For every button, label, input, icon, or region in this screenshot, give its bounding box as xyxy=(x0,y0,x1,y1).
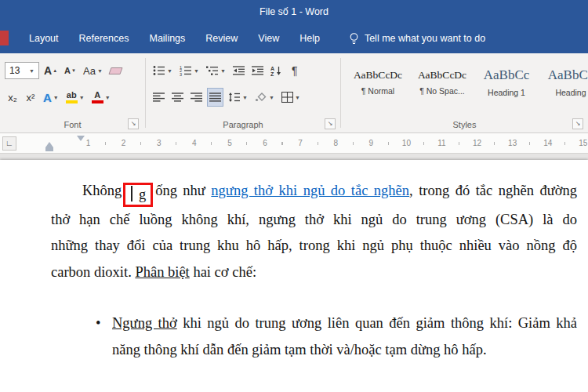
lightbulb-icon xyxy=(349,32,359,45)
paragraph-line: Khônggống như ngưng thở khi ngủ do tắc n… xyxy=(51,178,577,207)
tell-me-box[interactable]: Tell me what you want to do xyxy=(349,32,485,45)
style-card-normal[interactable]: AaBbCcDc ¶ Normal xyxy=(347,60,408,105)
align-right-icon xyxy=(191,92,202,103)
text-run: khi ngủ do trung ương liên quan đến giảm… xyxy=(177,315,577,331)
grow-font-button[interactable]: A▲ xyxy=(42,61,60,80)
text-run: Không xyxy=(82,183,122,198)
hanging-indent-marker[interactable] xyxy=(45,142,53,147)
align-center-icon xyxy=(172,92,183,103)
sort-button[interactable]: AZ xyxy=(268,61,285,80)
decrease-indent-button[interactable] xyxy=(230,61,247,80)
pilcrow-icon: ¶ xyxy=(292,64,298,77)
align-center-button[interactable] xyxy=(169,88,186,107)
underlined-text: Phân biệt xyxy=(135,264,189,280)
bullets-dropdown-icon: ▼ xyxy=(167,68,172,74)
tab-review[interactable]: Review xyxy=(195,24,248,53)
borders-button[interactable]: ▼ xyxy=(279,88,303,107)
svg-text:Z: Z xyxy=(270,71,274,76)
paragraph-line: những thay đổi của trung khu hô hấp, tro… xyxy=(51,233,577,259)
left-indent-marker[interactable] xyxy=(45,147,53,151)
paragraph-line: carbon dioxit. Phân biệt hai cơ chế: xyxy=(51,260,577,285)
first-line-indent-marker[interactable] xyxy=(77,136,85,141)
text-effects-button[interactable]: A ▼ xyxy=(41,88,61,107)
increase-indent-icon xyxy=(252,65,263,76)
tab-mailings[interactable]: Mailings xyxy=(139,24,195,53)
line-spacing-icon xyxy=(228,92,241,103)
shading-button[interactable]: ▼ xyxy=(252,88,277,107)
font-size-dropdown-icon: ▼ xyxy=(29,68,34,74)
ribbon-tabs: Layout References Mailings Review View H… xyxy=(19,24,330,53)
borders-dropdown-icon: ▼ xyxy=(295,95,300,100)
font-group: 13 ▼ A▲ A▼ Aa▼ x₂ xyxy=(0,53,145,132)
tell-me-label: Tell me what you want to do xyxy=(365,33,485,44)
paragraph-group: ▼ 123 ▼ ▼ xyxy=(146,53,340,132)
ruler-numbers: 1 2 3 4 5 6 7 8 9 10 11 12 13 14 15 xyxy=(71,133,588,153)
shrink-font-button[interactable]: A▼ xyxy=(62,61,78,80)
text-run: g xyxy=(139,187,146,202)
tab-view[interactable]: View xyxy=(248,24,289,53)
highlight-button[interactable]: ab ▼ xyxy=(64,88,87,107)
decrease-indent-icon xyxy=(233,65,245,76)
bullet-item: •Ngưng thở khi ngủ do trung ương liên qu… xyxy=(94,310,577,363)
clear-formatting-button[interactable] xyxy=(107,61,124,80)
font-group-label: Font xyxy=(0,120,145,129)
justify-button[interactable] xyxy=(207,88,223,107)
justify-icon xyxy=(209,92,221,103)
paragraph-dialog-launcher[interactable]: ↘ xyxy=(325,118,336,129)
window-title: File số 1 - Word xyxy=(260,6,328,17)
tab-references[interactable]: References xyxy=(69,24,140,53)
change-case-button[interactable]: Aa▼ xyxy=(81,61,105,80)
tab-layout[interactable]: Layout xyxy=(19,24,69,53)
svg-text:A: A xyxy=(270,66,274,71)
ribbon-tab-bar: Layout References Mailings Review View H… xyxy=(0,24,588,53)
subscript-button[interactable]: x₂ xyxy=(5,88,20,107)
align-left-icon xyxy=(153,92,165,103)
multilevel-list-button[interactable]: ▼ xyxy=(204,61,228,80)
line-spacing-button[interactable]: ▼ xyxy=(226,88,250,107)
text-run: , trong đó tắc nghẽn đường xyxy=(409,183,577,198)
numbering-button[interactable]: 123 ▼ xyxy=(177,61,201,80)
word-window: File số 1 - Word Layout References Maili… xyxy=(0,0,588,392)
text-run: ống như xyxy=(155,183,211,198)
multilevel-dropdown-icon: ▼ xyxy=(220,68,226,74)
left-edge-badge xyxy=(0,31,9,45)
superscript-button[interactable]: x² xyxy=(23,88,38,107)
font-dialog-launcher[interactable]: ↘ xyxy=(128,118,139,129)
styles-dialog-launcher[interactable]: ↘ xyxy=(572,118,583,129)
font-color-button[interactable]: A ▼ xyxy=(89,88,113,107)
text-effects-dropdown-icon: ▼ xyxy=(53,95,59,100)
align-right-button[interactable] xyxy=(188,88,205,107)
font-color-icon: A xyxy=(92,91,103,103)
font-size-input[interactable]: 13 ▼ xyxy=(5,62,39,79)
title-bar: File số 1 - Word xyxy=(0,0,588,24)
grow-font-icon: ▲ xyxy=(53,68,57,73)
shrink-font-icon: ▼ xyxy=(71,68,76,73)
bullets-button[interactable]: ▼ xyxy=(151,61,175,80)
ribbon: 13 ▼ A▲ A▼ Aa▼ x₂ xyxy=(0,53,588,133)
highlight-dropdown-icon: ▼ xyxy=(79,95,85,100)
style-card-no-spacing[interactable]: AaBbCcDc ¶ No Spac... xyxy=(412,60,473,105)
hyperlink-sleep-apnea[interactable]: ngưng thở khi ngủ do tắc nghẽn xyxy=(211,183,409,198)
show-marks-button[interactable]: ¶ xyxy=(287,61,303,80)
numbering-dropdown-icon: ▼ xyxy=(194,68,199,74)
tab-selector[interactable]: ∟ xyxy=(2,136,16,151)
style-card-heading2[interactable]: AaBbCc Heading xyxy=(540,60,588,105)
font-color-dropdown-icon: ▼ xyxy=(105,95,111,100)
align-left-button[interactable] xyxy=(151,88,167,107)
document-page[interactable]: Khônggống như ngưng thở khi ngủ do tắc n… xyxy=(0,160,588,392)
increase-indent-button[interactable] xyxy=(249,61,266,80)
sort-icon: AZ xyxy=(270,65,282,76)
eraser-icon xyxy=(108,67,122,74)
text-run: carbon dioxit. xyxy=(51,264,135,280)
paragraph-group-label: Paragraph xyxy=(146,120,340,129)
highlight-icon: ab xyxy=(66,91,78,103)
style-card-heading1[interactable]: AaBbCc Heading 1 xyxy=(476,60,537,105)
line-spacing-dropdown-icon: ▼ xyxy=(242,95,248,100)
bullet-marker: • xyxy=(96,310,100,336)
numbering-icon: 123 xyxy=(180,65,192,76)
horizontal-ruler[interactable]: ∟ 1 2 3 4 5 6 7 8 9 10 11 12 13 14 15 xyxy=(0,133,588,154)
text-effects-icon: A xyxy=(43,91,52,104)
change-case-dropdown-icon: ▼ xyxy=(97,68,103,74)
tab-help[interactable]: Help xyxy=(289,24,330,53)
styles-group-label: Styles xyxy=(341,120,588,129)
